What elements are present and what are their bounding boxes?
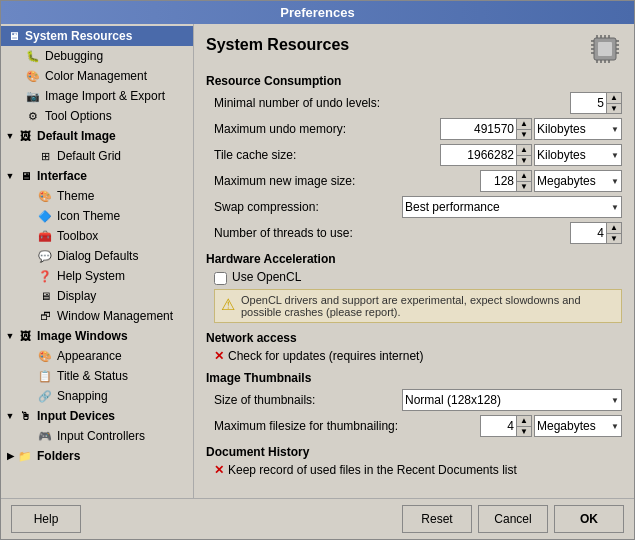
history-row: ✕ Keep record of used files in the Recen… — [206, 463, 622, 477]
tile-cache-unit-wrapper: Kilobytes Megabytes — [534, 144, 622, 166]
tile-cache-spinbox: ▲ ▼ — [440, 144, 532, 166]
undo-levels-row: Minimal number of undo levels: ▲ ▼ — [206, 92, 622, 114]
title-status-icon: 📋 — [37, 368, 53, 384]
sidebar-item-default-image[interactable]: ▼ 🖼 Default Image — [1, 126, 193, 146]
threads-input[interactable] — [571, 223, 606, 243]
dialog-title: Preferences — [1, 1, 634, 24]
opencl-row: Use OpenCL — [206, 270, 622, 285]
expand-icon-folders: ▶ — [5, 451, 15, 461]
network-title: Network access — [206, 331, 622, 345]
sidebar-item-input-controllers[interactable]: 🎮 Input Controllers — [1, 426, 193, 446]
theme-icon: 🎨 — [37, 188, 53, 204]
thumbnail-maxsize-spinbox: ▲ ▼ — [480, 415, 532, 437]
tool-options-icon: ⚙ — [25, 108, 41, 124]
thumbnail-maxsize-spin-buttons: ▲ ▼ — [516, 416, 531, 436]
reset-button[interactable]: Reset — [402, 505, 472, 533]
svg-rect-1 — [598, 42, 612, 56]
swap-compression-label: Swap compression: — [206, 200, 402, 214]
sidebar: 🖥 System Resources 🐛 Debugging 🎨 Color M… — [1, 24, 194, 498]
sidebar-item-snapping[interactable]: 🔗 Snapping — [1, 386, 193, 406]
threads-up[interactable]: ▲ — [607, 223, 621, 233]
swap-compression-row: Swap compression: Best performance Good … — [206, 196, 622, 218]
sidebar-item-theme[interactable]: 🎨 Theme — [1, 186, 193, 206]
thumbnail-maxsize-unit-select[interactable]: Megabytes Kilobytes — [534, 415, 622, 437]
max-image-control: ▲ ▼ Megabytes Kilobytes — [480, 170, 622, 192]
system-resources-icon: 🖥 — [5, 28, 21, 44]
sidebar-item-appearance[interactable]: 🎨 Appearance — [1, 346, 193, 366]
undo-levels-down[interactable]: ▼ — [607, 103, 621, 113]
sidebar-item-image-windows[interactable]: ▼ 🖼 Image Windows — [1, 326, 193, 346]
cancel-button[interactable]: Cancel — [478, 505, 548, 533]
undo-memory-down[interactable]: ▼ — [517, 129, 531, 139]
max-image-unit-select[interactable]: Megabytes Kilobytes — [534, 170, 622, 192]
tile-cache-label: Tile cache size: — [206, 148, 440, 162]
sidebar-item-icon-theme[interactable]: 🔷 Icon Theme — [1, 206, 193, 226]
thumbnail-size-row: Size of thumbnails: Normal (128x128) Sma… — [206, 389, 622, 411]
thumbnail-size-select[interactable]: Normal (128x128) Small (64x64) Large (25… — [402, 389, 622, 411]
tile-cache-control: ▲ ▼ Kilobytes Megabytes — [440, 144, 622, 166]
sidebar-item-dialog-defaults[interactable]: 💬 Dialog Defaults — [1, 246, 193, 266]
display-icon: 🖥 — [37, 288, 53, 304]
sidebar-item-default-grid[interactable]: ⊞ Default Grid — [1, 146, 193, 166]
ok-button[interactable]: OK — [554, 505, 624, 533]
threads-control: ▲ ▼ — [570, 222, 622, 244]
updates-row: ✕ Check for updates (requires internet) — [206, 349, 622, 363]
tile-cache-input[interactable] — [441, 145, 516, 165]
undo-levels-label: Minimal number of undo levels: — [206, 96, 570, 110]
sidebar-item-input-devices[interactable]: ▼ 🖱 Input Devices — [1, 406, 193, 426]
threads-down[interactable]: ▼ — [607, 233, 621, 243]
help-system-icon: ❓ — [37, 268, 53, 284]
toolbox-icon: 🧰 — [37, 228, 53, 244]
sidebar-item-help-system[interactable]: ❓ Help System — [1, 266, 193, 286]
sidebar-item-image-import-export[interactable]: 📷 Image Import & Export — [1, 86, 193, 106]
max-image-up[interactable]: ▲ — [517, 171, 531, 181]
undo-levels-input[interactable] — [571, 93, 606, 113]
undo-memory-unit-select[interactable]: Kilobytes Megabytes — [534, 118, 622, 140]
opencl-checkbox[interactable] — [214, 272, 227, 285]
undo-memory-label: Maximum undo memory: — [206, 122, 440, 136]
updates-label: Check for updates (requires internet) — [228, 349, 423, 363]
sidebar-item-tool-options[interactable]: ⚙ Tool Options — [1, 106, 193, 126]
help-button[interactable]: Help — [11, 505, 81, 533]
tile-cache-up[interactable]: ▲ — [517, 145, 531, 155]
thumbnail-size-control: Normal (128x128) Small (64x64) Large (25… — [402, 389, 622, 411]
swap-compression-select[interactable]: Best performance Good compression — [402, 196, 622, 218]
sidebar-item-folders[interactable]: ▶ 📁 Folders — [1, 446, 193, 466]
hardware-title: Hardware Acceleration — [206, 252, 622, 266]
undo-levels-up[interactable]: ▲ — [607, 93, 621, 103]
thumbnails-title: Image Thumbnails — [206, 371, 622, 385]
interface-icon: 🖥 — [17, 168, 33, 184]
section-header: System Resources — [206, 32, 622, 66]
sidebar-item-debugging[interactable]: 🐛 Debugging — [1, 46, 193, 66]
undo-memory-up[interactable]: ▲ — [517, 119, 531, 129]
tile-cache-unit-select[interactable]: Kilobytes Megabytes — [534, 144, 622, 166]
undo-memory-unit-wrapper: Kilobytes Megabytes — [534, 118, 622, 140]
icon-theme-icon: 🔷 — [37, 208, 53, 224]
sidebar-item-color-management[interactable]: 🎨 Color Management — [1, 66, 193, 86]
thumbnail-maxsize-label: Maximum filesize for thumbnailing: — [206, 419, 480, 433]
tile-cache-down[interactable]: ▼ — [517, 155, 531, 165]
resource-consumption-title: Resource Consumption — [206, 74, 622, 88]
sidebar-item-window-management[interactable]: 🗗 Window Management — [1, 306, 193, 326]
color-management-icon: 🎨 — [25, 68, 41, 84]
thumbnail-maxsize-input[interactable] — [481, 416, 516, 436]
snapping-icon: 🔗 — [37, 388, 53, 404]
history-x-icon: ✕ — [214, 463, 224, 477]
max-image-down[interactable]: ▼ — [517, 181, 531, 191]
tile-cache-row: Tile cache size: ▲ ▼ Kilobytes Megabytes — [206, 144, 622, 166]
undo-levels-spinbox: ▲ ▼ — [570, 92, 622, 114]
sidebar-item-interface[interactable]: ▼ 🖥 Interface — [1, 166, 193, 186]
warning-box: ⚠ OpenCL drivers and support are experim… — [214, 289, 622, 323]
thumbnail-maxsize-up[interactable]: ▲ — [517, 416, 531, 426]
preferences-dialog: Preferences 🖥 System Resources 🐛 Debuggi… — [0, 0, 635, 540]
sidebar-item-system-resources[interactable]: 🖥 System Resources — [1, 26, 193, 46]
undo-memory-input[interactable] — [441, 119, 516, 139]
thumbnail-maxsize-down[interactable]: ▼ — [517, 426, 531, 436]
undo-memory-control: ▲ ▼ Kilobytes Megabytes — [440, 118, 622, 140]
undo-memory-spinbox: ▲ ▼ — [440, 118, 532, 140]
sidebar-item-title-status[interactable]: 📋 Title & Status — [1, 366, 193, 386]
max-image-input[interactable] — [481, 171, 516, 191]
sidebar-item-toolbox[interactable]: 🧰 Toolbox — [1, 226, 193, 246]
sidebar-item-display[interactable]: 🖥 Display — [1, 286, 193, 306]
expand-icon: ▼ — [5, 131, 15, 141]
